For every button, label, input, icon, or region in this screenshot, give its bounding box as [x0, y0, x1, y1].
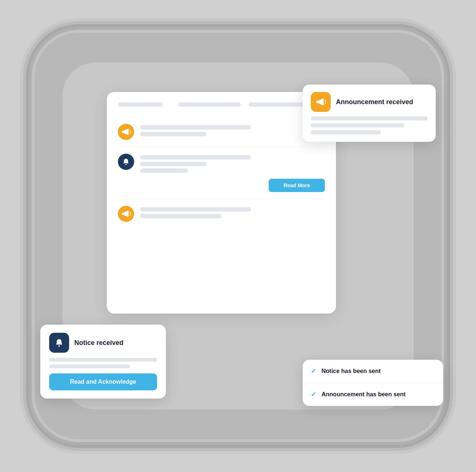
list-item-3-content: [140, 206, 325, 218]
list-item-3: [118, 199, 325, 229]
popup-announcement-icon: [311, 92, 331, 112]
popup-notice-icon: [49, 333, 69, 353]
action-row: Read More: [140, 179, 325, 192]
outer-container: 2: [35, 33, 441, 439]
sent-label-2: Announcement has been sent: [322, 391, 406, 398]
skeleton-bar-1: [118, 102, 163, 107]
skeleton-set-1: [140, 125, 325, 136]
svg-point-2: [58, 345, 60, 347]
sk-1-2: [140, 132, 207, 136]
popup-notice-title: Notice received: [74, 339, 123, 347]
sk-1-1: [140, 125, 251, 130]
list-item-1: [118, 117, 325, 147]
bell-popup-icon: [54, 338, 64, 348]
sent-item-1: ✓ Notice has been sent: [303, 360, 443, 383]
inner-background: 2: [62, 62, 414, 410]
pn-sk-1: [49, 358, 157, 362]
sk-3-2: [140, 214, 221, 218]
check-icon-1: ✓: [311, 367, 316, 375]
svg-point-1: [125, 164, 126, 165]
popup-notice: Notice received Read and Acknowledge: [40, 325, 166, 399]
pa-sk-1: [311, 116, 428, 120]
pa-sk-3: [311, 130, 381, 134]
popup-announcement-title: Announcement received: [336, 98, 413, 106]
popup-announcement-header: Announcement received: [311, 92, 428, 112]
check-icon-2: ✓: [311, 390, 316, 399]
popup-notice-skeleton: [49, 358, 157, 368]
sent-label-1: Notice has been sent: [322, 368, 381, 374]
pn-sk-2: [49, 365, 130, 368]
megaphone-icon-1: [118, 124, 134, 140]
skeleton-set-2: [140, 155, 325, 173]
sk-3-1: [140, 207, 251, 212]
sk-2-2: [140, 162, 207, 166]
read-more-button[interactable]: Read More: [269, 179, 325, 192]
skeleton-bar-2: [178, 102, 241, 107]
popup-sent: ✓ Notice has been sent ✓ Announcement ha…: [303, 360, 443, 406]
bell-icon-2: [118, 154, 134, 170]
list-item-2-content: Read More: [140, 154, 325, 192]
top-bar: [118, 102, 325, 107]
list-item-1-content: [140, 124, 325, 136]
megaphone-svg-1: [121, 127, 131, 137]
megaphone-popup-icon: [316, 97, 326, 107]
popup-notice-header: Notice received: [49, 333, 157, 353]
list-item-2: Read More: [118, 147, 325, 199]
main-app-card: 2: [107, 92, 336, 314]
megaphone-icon-3: [118, 206, 134, 222]
sk-2-1: [140, 155, 251, 160]
megaphone-svg-3: [121, 209, 131, 219]
skeleton-set-3: [140, 207, 325, 218]
read-acknowledge-button[interactable]: Read and Acknowledge: [49, 373, 157, 390]
bell-svg-2: [122, 158, 130, 166]
popup-announcement-skeleton: [311, 116, 428, 134]
sk-2-3: [140, 168, 188, 173]
popup-announcement: Announcement received: [303, 85, 436, 142]
pa-sk-2: [311, 123, 404, 127]
sent-item-2: ✓ Announcement has been sent: [303, 383, 443, 406]
